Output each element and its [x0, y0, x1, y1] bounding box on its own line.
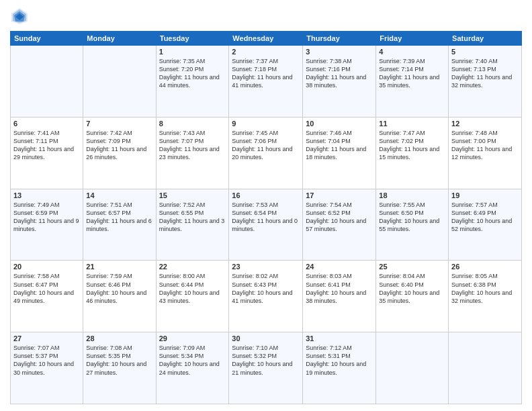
calendar-cell: 13Sunrise: 7:49 AM Sunset: 6:59 PM Dayli… — [11, 189, 83, 261]
day-number: 20 — [13, 263, 80, 271]
day-number: 3 — [306, 48, 373, 56]
day-info: Sunrise: 7:51 AM Sunset: 6:57 PM Dayligh… — [86, 201, 152, 234]
day-number: 28 — [86, 334, 152, 342]
day-info: Sunrise: 7:59 AM Sunset: 6:46 PM Dayligh… — [86, 272, 152, 305]
calendar-cell: 10Sunrise: 7:46 AM Sunset: 7:04 PM Dayli… — [303, 117, 376, 189]
day-info: Sunrise: 7:57 AM Sunset: 6:49 PM Dayligh… — [451, 201, 519, 234]
day-info: Sunrise: 7:12 AM Sunset: 5:31 PM Dayligh… — [306, 344, 373, 377]
calendar-body: 1Sunrise: 7:35 AM Sunset: 7:20 PM Daylig… — [11, 46, 522, 404]
calendar-cell: 23Sunrise: 8:02 AM Sunset: 6:43 PM Dayli… — [229, 261, 303, 332]
header — [10, 7, 522, 26]
day-number: 11 — [379, 120, 445, 128]
calendar-cell: 17Sunrise: 7:54 AM Sunset: 6:52 PM Dayli… — [303, 189, 376, 261]
calendar-cell: 28Sunrise: 7:08 AM Sunset: 5:35 PM Dayli… — [83, 332, 156, 404]
day-number: 19 — [451, 191, 519, 199]
calendar-cell: 3Sunrise: 7:38 AM Sunset: 7:16 PM Daylig… — [303, 46, 376, 118]
calendar-cell: 5Sunrise: 7:40 AM Sunset: 7:13 PM Daylig… — [449, 46, 522, 118]
calendar-cell: 12Sunrise: 7:48 AM Sunset: 7:00 PM Dayli… — [449, 117, 522, 189]
day-info: Sunrise: 7:55 AM Sunset: 6:50 PM Dayligh… — [379, 201, 445, 234]
day-number: 18 — [379, 191, 445, 199]
day-info: Sunrise: 7:41 AM Sunset: 7:11 PM Dayligh… — [13, 129, 80, 162]
calendar-cell — [11, 46, 83, 118]
day-number: 12 — [451, 120, 519, 128]
day-number: 25 — [379, 263, 445, 271]
weekday-row: SundayMondayTuesdayWednesdayThursdayFrid… — [11, 32, 522, 46]
day-info: Sunrise: 7:58 AM Sunset: 6:47 PM Dayligh… — [13, 272, 80, 305]
calendar-cell: 30Sunrise: 7:10 AM Sunset: 5:32 PM Dayli… — [229, 332, 303, 404]
calendar-cell: 16Sunrise: 7:53 AM Sunset: 6:54 PM Dayli… — [229, 189, 303, 261]
day-info: Sunrise: 7:49 AM Sunset: 6:59 PM Dayligh… — [13, 201, 80, 234]
calendar-cell: 24Sunrise: 8:03 AM Sunset: 6:41 PM Dayli… — [303, 261, 376, 332]
logo-icon — [10, 7, 29, 26]
day-number: 5 — [451, 48, 519, 56]
calendar-week-row: 13Sunrise: 7:49 AM Sunset: 6:59 PM Dayli… — [11, 189, 522, 261]
calendar-cell: 4Sunrise: 7:39 AM Sunset: 7:14 PM Daylig… — [376, 46, 449, 118]
weekday-header: Friday — [376, 32, 449, 46]
day-number: 21 — [86, 263, 152, 271]
day-info: Sunrise: 7:08 AM Sunset: 5:35 PM Dayligh… — [86, 344, 152, 377]
day-number: 1 — [159, 48, 226, 56]
day-info: Sunrise: 7:52 AM Sunset: 6:55 PM Dayligh… — [159, 201, 226, 234]
day-number: 2 — [232, 48, 300, 56]
day-number: 16 — [232, 191, 300, 199]
day-info: Sunrise: 7:42 AM Sunset: 7:09 PM Dayligh… — [86, 129, 152, 162]
calendar-cell: 29Sunrise: 7:09 AM Sunset: 5:34 PM Dayli… — [156, 332, 229, 404]
calendar-cell: 21Sunrise: 7:59 AM Sunset: 6:46 PM Dayli… — [83, 261, 156, 332]
weekday-header: Thursday — [303, 32, 376, 46]
day-info: Sunrise: 7:09 AM Sunset: 5:34 PM Dayligh… — [159, 344, 226, 377]
calendar-cell: 6Sunrise: 7:41 AM Sunset: 7:11 PM Daylig… — [11, 117, 83, 189]
day-info: Sunrise: 7:47 AM Sunset: 7:02 PM Dayligh… — [379, 129, 445, 162]
calendar-cell: 1Sunrise: 7:35 AM Sunset: 7:20 PM Daylig… — [156, 46, 229, 118]
day-info: Sunrise: 8:03 AM Sunset: 6:41 PM Dayligh… — [306, 272, 373, 305]
day-number: 24 — [306, 263, 373, 271]
day-info: Sunrise: 7:37 AM Sunset: 7:18 PM Dayligh… — [232, 57, 300, 90]
day-info: Sunrise: 8:02 AM Sunset: 6:43 PM Dayligh… — [232, 272, 300, 305]
calendar-cell: 26Sunrise: 8:05 AM Sunset: 6:38 PM Dayli… — [449, 261, 522, 332]
logo — [10, 7, 32, 26]
day-number: 22 — [159, 263, 226, 271]
day-info: Sunrise: 7:40 AM Sunset: 7:13 PM Dayligh… — [451, 57, 519, 90]
weekday-header: Monday — [83, 32, 156, 46]
calendar-cell: 22Sunrise: 8:00 AM Sunset: 6:44 PM Dayli… — [156, 261, 229, 332]
calendar-week-row: 20Sunrise: 7:58 AM Sunset: 6:47 PM Dayli… — [11, 261, 522, 332]
day-info: Sunrise: 7:53 AM Sunset: 6:54 PM Dayligh… — [232, 201, 300, 234]
calendar-header: SundayMondayTuesdayWednesdayThursdayFrid… — [11, 32, 522, 46]
calendar-cell: 27Sunrise: 7:07 AM Sunset: 5:37 PM Dayli… — [11, 332, 83, 404]
day-number: 14 — [86, 191, 152, 199]
day-info: Sunrise: 7:45 AM Sunset: 7:06 PM Dayligh… — [232, 129, 300, 162]
day-info: Sunrise: 7:48 AM Sunset: 7:00 PM Dayligh… — [451, 129, 519, 162]
day-info: Sunrise: 7:35 AM Sunset: 7:20 PM Dayligh… — [159, 57, 226, 90]
day-info: Sunrise: 8:04 AM Sunset: 6:40 PM Dayligh… — [379, 272, 445, 305]
calendar-week-row: 1Sunrise: 7:35 AM Sunset: 7:20 PM Daylig… — [11, 46, 522, 118]
calendar-cell: 20Sunrise: 7:58 AM Sunset: 6:47 PM Dayli… — [11, 261, 83, 332]
day-number: 13 — [13, 191, 80, 199]
calendar-cell: 9Sunrise: 7:45 AM Sunset: 7:06 PM Daylig… — [229, 117, 303, 189]
day-info: Sunrise: 7:10 AM Sunset: 5:32 PM Dayligh… — [232, 344, 300, 377]
day-number: 8 — [159, 120, 226, 128]
calendar-cell — [449, 332, 522, 404]
day-number: 29 — [159, 334, 226, 342]
page: SundayMondayTuesdayWednesdayThursdayFrid… — [0, 0, 532, 411]
day-number: 7 — [86, 120, 152, 128]
calendar-cell: 15Sunrise: 7:52 AM Sunset: 6:55 PM Dayli… — [156, 189, 229, 261]
weekday-header: Saturday — [449, 32, 522, 46]
calendar-cell: 31Sunrise: 7:12 AM Sunset: 5:31 PM Dayli… — [303, 332, 376, 404]
day-info: Sunrise: 8:05 AM Sunset: 6:38 PM Dayligh… — [451, 272, 519, 305]
day-number: 6 — [13, 120, 80, 128]
calendar-week-row: 6Sunrise: 7:41 AM Sunset: 7:11 PM Daylig… — [11, 117, 522, 189]
day-number: 30 — [232, 334, 300, 342]
day-number: 27 — [13, 334, 80, 342]
day-number: 15 — [159, 191, 226, 199]
day-info: Sunrise: 7:39 AM Sunset: 7:14 PM Dayligh… — [379, 57, 445, 90]
calendar-cell: 18Sunrise: 7:55 AM Sunset: 6:50 PM Dayli… — [376, 189, 449, 261]
day-number: 26 — [451, 263, 519, 271]
calendar-cell — [376, 332, 449, 404]
weekday-header: Tuesday — [156, 32, 229, 46]
calendar-week-row: 27Sunrise: 7:07 AM Sunset: 5:37 PM Dayli… — [11, 332, 522, 404]
day-info: Sunrise: 8:00 AM Sunset: 6:44 PM Dayligh… — [159, 272, 226, 305]
day-number: 4 — [379, 48, 445, 56]
calendar-cell: 8Sunrise: 7:43 AM Sunset: 7:07 PM Daylig… — [156, 117, 229, 189]
calendar-cell: 2Sunrise: 7:37 AM Sunset: 7:18 PM Daylig… — [229, 46, 303, 118]
day-info: Sunrise: 7:46 AM Sunset: 7:04 PM Dayligh… — [306, 129, 373, 162]
day-number: 9 — [232, 120, 300, 128]
